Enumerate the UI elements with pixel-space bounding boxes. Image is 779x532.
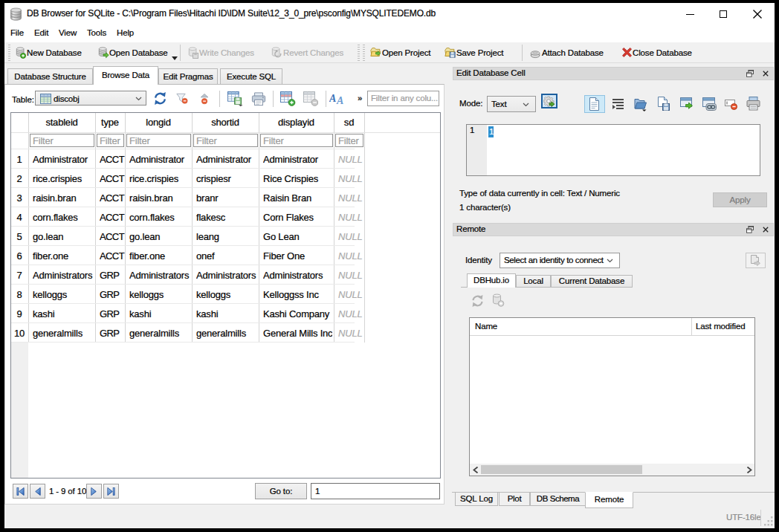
svg-text:A: A xyxy=(336,95,343,106)
svg-text:A: A xyxy=(329,93,336,104)
